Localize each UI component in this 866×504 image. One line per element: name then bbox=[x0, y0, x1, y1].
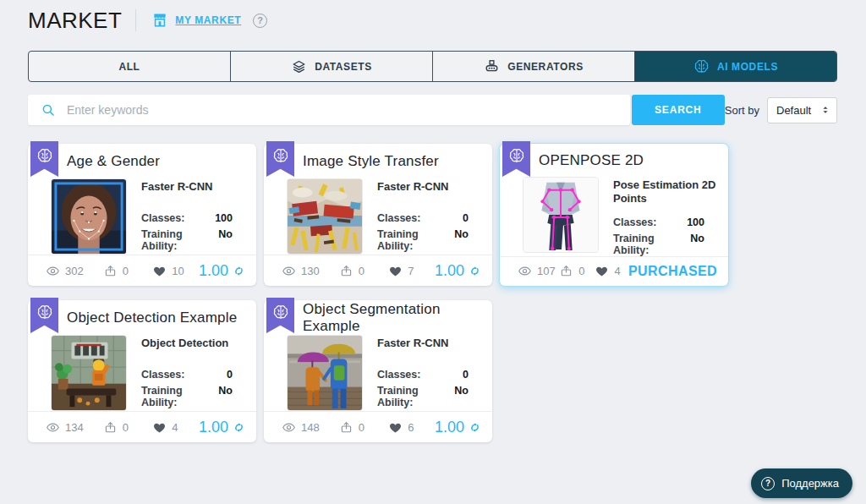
sort-by-label: Sort by bbox=[725, 104, 767, 117]
heart-icon bbox=[152, 420, 167, 435]
price[interactable]: 1.00 bbox=[435, 262, 481, 280]
classes-label: Classes: bbox=[377, 212, 420, 224]
my-market-link[interactable]: MY MARKET bbox=[175, 14, 241, 26]
tab-ai-models[interactable]: AI MODELS bbox=[635, 52, 836, 81]
help-icon[interactable]: ? bbox=[253, 14, 267, 28]
brain-icon bbox=[272, 147, 289, 164]
training-value: No bbox=[454, 385, 469, 408]
coin-icon bbox=[233, 421, 245, 434]
search-input[interactable] bbox=[28, 95, 630, 125]
upload-icon bbox=[339, 264, 354, 278]
training-label: Training Ability: bbox=[141, 385, 218, 408]
views-count: 302 bbox=[65, 265, 84, 277]
views-count: 148 bbox=[301, 421, 320, 434]
downloads-count: 0 bbox=[359, 421, 364, 434]
views-count: 107 bbox=[537, 265, 556, 277]
thumbnail-segmentation-scene bbox=[287, 335, 363, 411]
classes-value: 0 bbox=[463, 212, 469, 224]
machine-icon bbox=[484, 58, 500, 74]
upload-icon bbox=[559, 264, 573, 278]
coin-icon bbox=[469, 421, 481, 434]
classes-value: 0 bbox=[463, 369, 469, 381]
downloads-count: 0 bbox=[123, 421, 129, 434]
brain-icon bbox=[36, 304, 53, 320]
card-title: Image Style Transfer bbox=[303, 153, 439, 170]
brain-icon bbox=[272, 304, 289, 320]
support-label: Поддержка bbox=[781, 477, 839, 490]
training-value: No bbox=[218, 385, 233, 408]
support-button[interactable]: ? Поддержка bbox=[751, 468, 852, 498]
classes-label: Classes: bbox=[141, 369, 184, 381]
sort-select-value: Default bbox=[776, 104, 811, 117]
training-value: No bbox=[454, 228, 469, 252]
training-label: Training Ability: bbox=[141, 228, 218, 252]
brain-icon bbox=[36, 147, 53, 164]
heart-icon bbox=[388, 420, 403, 435]
training-label: Training Ability: bbox=[377, 228, 454, 252]
coin-icon bbox=[469, 265, 481, 277]
model-card-age-gender[interactable]: Age & Gender bbox=[28, 144, 256, 286]
card-title: Object Segmentation Example bbox=[303, 301, 492, 335]
model-card-style-transfer[interactable]: Image Style Transfer bbox=[264, 144, 492, 286]
coin-icon bbox=[233, 265, 245, 277]
classes-value: 100 bbox=[215, 212, 233, 224]
tab-generators-label: GENERATORS bbox=[507, 61, 584, 73]
likes-count: 7 bbox=[408, 265, 414, 277]
store-icon bbox=[151, 12, 168, 29]
tab-all[interactable]: ALL bbox=[29, 52, 231, 81]
training-label: Training Ability: bbox=[613, 233, 690, 256]
model-cards-grid: Age & Gender bbox=[28, 144, 728, 442]
upload-icon bbox=[339, 420, 354, 435]
training-label: Training Ability: bbox=[377, 385, 454, 408]
model-card-openpose-2d[interactable]: OPENPOSE 2D bbox=[500, 144, 728, 286]
tab-datasets[interactable]: DATASETS bbox=[231, 52, 433, 81]
sort-select[interactable]: Default bbox=[767, 97, 837, 123]
price[interactable]: 1.00 bbox=[199, 419, 245, 436]
thumbnail-pose-estimation bbox=[523, 177, 599, 253]
price[interactable]: 1.00 bbox=[199, 262, 245, 280]
classes-label: Classes: bbox=[613, 216, 656, 228]
upload-icon bbox=[103, 420, 118, 435]
model-card-object-segmentation[interactable]: Object Segmentation Example bbox=[264, 300, 492, 442]
search-field bbox=[28, 95, 630, 125]
model-type: Faster R-CNN bbox=[141, 180, 244, 194]
search-icon bbox=[41, 102, 56, 118]
search-button[interactable]: SEARCH bbox=[632, 95, 725, 125]
downloads-count: 0 bbox=[359, 265, 364, 277]
tab-all-label: ALL bbox=[118, 61, 140, 73]
heart-icon bbox=[388, 264, 403, 278]
eye-icon bbox=[46, 420, 60, 435]
brain-icon bbox=[508, 147, 525, 164]
eye-icon bbox=[518, 264, 532, 278]
price[interactable]: 1.00 bbox=[435, 419, 481, 436]
downloads-count: 0 bbox=[578, 265, 584, 277]
classes-label: Classes: bbox=[377, 369, 420, 381]
layers-icon bbox=[291, 58, 307, 74]
tab-ai-models-label: AI MODELS bbox=[717, 61, 778, 73]
eye-icon bbox=[46, 264, 60, 278]
thumbnail-face-detection bbox=[51, 178, 127, 255]
likes-count: 10 bbox=[172, 265, 184, 277]
card-title: OPENPOSE 2D bbox=[539, 152, 644, 169]
market-page: MARKET MY MARKET ? ALL DATASETS GENERATO… bbox=[0, 0, 866, 504]
classes-label: Classes: bbox=[141, 212, 184, 224]
tab-generators[interactable]: GENERATORS bbox=[433, 52, 635, 81]
header: MARKET MY MARKET ? bbox=[28, 0, 838, 41]
thumbnail-lego-scene bbox=[51, 335, 127, 411]
heart-icon bbox=[595, 264, 609, 278]
model-type: Pose Estimation 2D Points bbox=[613, 178, 716, 206]
model-type: Faster R-CNN bbox=[377, 337, 480, 350]
model-type: Faster R-CNN bbox=[377, 180, 480, 194]
brain-icon bbox=[693, 58, 710, 74]
tab-datasets-label: DATASETS bbox=[315, 61, 372, 73]
training-value: No bbox=[690, 233, 704, 256]
classes-value: 0 bbox=[227, 369, 233, 381]
card-title: Age & Gender bbox=[67, 153, 160, 170]
likes-count: 6 bbox=[408, 421, 414, 434]
model-type: Object Detection bbox=[141, 337, 244, 350]
likes-count: 4 bbox=[172, 421, 178, 434]
heart-icon bbox=[152, 264, 167, 278]
model-card-object-detection[interactable]: Object Detection Example bbox=[28, 300, 256, 442]
upload-icon bbox=[103, 264, 118, 278]
sort-arrows-icon bbox=[819, 104, 831, 116]
